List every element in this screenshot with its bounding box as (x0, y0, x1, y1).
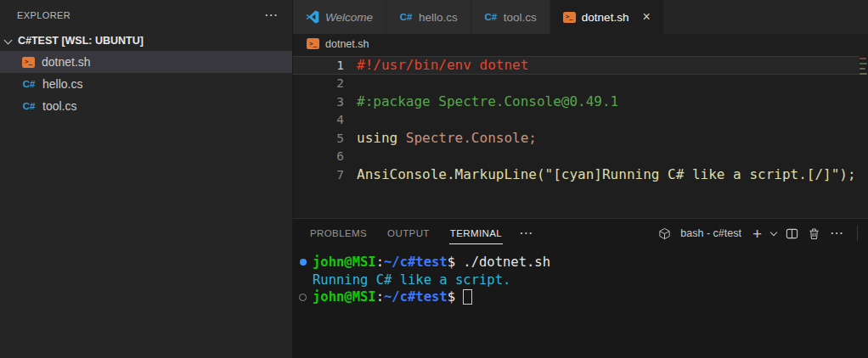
prompt-path: ~/c#test (384, 255, 448, 270)
tab-label: dotnet.sh (582, 11, 629, 24)
code-text: #!/usr/bin/env dotnet (357, 57, 528, 73)
csharp-file-icon: C# (22, 79, 36, 89)
tab-label: Welcome (325, 11, 373, 24)
code-line-5: 5 using Spectre.Console; (293, 129, 868, 148)
editor-tab-bar: Welcome C# hello.cs C# tool.cs >_ dotnet… (293, 0, 868, 34)
panel-tab-problems[interactable]: PROBLEMS (310, 228, 367, 238)
terminal-line-prompt: john@MSI:~/c#test$ (293, 288, 868, 306)
explorer-sidebar: EXPLORER ⋯ C#TEST [WSL: UBUNTU] >_ dotne… (0, 0, 293, 358)
folder-section-label: C#TEST [WSL: UBUNTU] (18, 35, 144, 47)
prompt-path: ~/c#test (384, 289, 448, 305)
new-terminal-button[interactable]: + (752, 226, 762, 242)
panel-overflow-button[interactable]: ⋯ (830, 229, 844, 238)
panel-more-tabs-button[interactable]: ⋯ (519, 229, 533, 238)
panel-tab-terminal[interactable]: TERMINAL (450, 228, 502, 238)
bottom-panel: PROBLEMS OUTPUT TERMINAL ⋯ bash - c#test… (293, 218, 868, 358)
circle-outline-icon (299, 294, 307, 301)
tab-label: hello.cs (419, 11, 458, 24)
line-number: 5 (293, 131, 344, 145)
chevron-down-icon (4, 36, 13, 44)
line-number: 3 (293, 95, 344, 109)
panel-divider (857, 226, 858, 241)
line-number: 1 (293, 59, 344, 72)
terminal-line-command: john@MSI:~/c#test$ ./dotnet.sh (293, 254, 868, 271)
minimap-scrollbar[interactable] (859, 55, 868, 216)
explorer-more-button[interactable]: ⋯ (264, 11, 279, 20)
vscode-logo-icon (306, 10, 319, 24)
code-text: #:package Spectre.Console@0.49.1 (357, 93, 618, 109)
terminal-controls: bash - c#test + ⋯ (658, 226, 858, 242)
code-text: Spectre.Console; (406, 130, 537, 146)
code-line-6: 6 (293, 148, 868, 166)
terminal-command: ./dotnet.sh (455, 255, 550, 270)
tab-tool-cs[interactable]: C# tool.cs (471, 0, 550, 34)
file-label: tool.cs (42, 99, 76, 113)
code-line-1: 1 #!/usr/bin/env dotnet (293, 56, 860, 75)
code-line-2: 2 (293, 75, 868, 93)
tab-label: tool.cs (504, 11, 537, 24)
file-item-hello-cs[interactable]: C# hello.cs (0, 73, 292, 95)
minimap-mark (860, 73, 867, 75)
vscode-window: EXPLORER ⋯ C#TEST [WSL: UBUNTU] >_ dotne… (0, 0, 868, 358)
panel-header: PROBLEMS OUTPUT TERMINAL ⋯ bash - c#test… (293, 219, 868, 248)
code-line-4: 4 (293, 111, 868, 130)
kill-terminal-button[interactable] (808, 227, 820, 240)
file-label: dotnet.sh (42, 55, 91, 69)
shell-file-icon: >_ (307, 38, 319, 49)
csharp-file-icon: C# (22, 101, 36, 111)
program-output: Running C# like a script. (313, 272, 510, 288)
line-number: 7 (293, 168, 344, 182)
line-number: 6 (293, 149, 344, 163)
close-icon[interactable]: × (642, 10, 650, 24)
terminal-line-output: Running C# like a script. (293, 271, 868, 289)
breadcrumb[interactable]: >_ dotnet.sh (293, 34, 868, 53)
code-text: using (357, 130, 406, 146)
minimap-mark (860, 68, 865, 70)
code-editor[interactable]: 1 #!/usr/bin/env dotnet 2 3 #:package Sp… (293, 53, 868, 218)
line-number: 2 (293, 76, 344, 90)
prompt-colon: : (376, 289, 384, 305)
tab-hello-cs[interactable]: C# hello.cs (386, 0, 471, 34)
code-text: AnsiConsole.MarkupLine("[cyan]Running C#… (357, 166, 856, 182)
shell-file-icon: >_ (563, 12, 576, 23)
prompt-colon: : (376, 255, 384, 270)
prompt-dollar: $ (448, 289, 455, 305)
tab-welcome[interactable]: Welcome (293, 0, 386, 34)
terminal-cursor (463, 289, 472, 305)
breadcrumb-file: dotnet.sh (325, 38, 369, 50)
circle-filled-icon (300, 259, 307, 266)
terminal-title: bash - c#test (680, 227, 741, 239)
shell-file-icon: >_ (22, 57, 35, 68)
csharp-file-icon: C# (399, 12, 413, 22)
tab-dotnet-sh[interactable]: >_ dotnet.sh × (550, 0, 664, 34)
command-decoration-pending[interactable] (293, 294, 313, 301)
split-terminal-button[interactable] (786, 227, 798, 240)
code-line-3: 3 #:package Spectre.Console@0.49.1 (293, 92, 868, 111)
file-label: hello.cs (42, 77, 82, 91)
terminal-profile-dropdown[interactable] (770, 229, 777, 236)
line-number: 4 (293, 113, 344, 126)
code-line-7: 7 AnsiConsole.MarkupLine("[cyan]Running … (293, 165, 868, 184)
file-item-dotnet-sh[interactable]: >_ dotnet.sh (0, 51, 292, 73)
file-item-tool-cs[interactable]: C# tool.cs (0, 95, 292, 117)
csharp-file-icon: C# (484, 12, 498, 22)
terminal-profile-icon (658, 227, 671, 240)
minimap-mark (860, 63, 867, 64)
prompt-user: john@MSI (313, 255, 376, 270)
explorer-title: EXPLORER (17, 10, 70, 20)
command-decoration-success[interactable] (293, 259, 313, 266)
prompt-user: john@MSI (313, 289, 376, 305)
editor-group: Welcome C# hello.cs C# tool.cs >_ dotnet… (293, 0, 868, 358)
folder-section-header[interactable]: C#TEST [WSL: UBUNTU] (0, 31, 292, 51)
prompt-dollar: $ (448, 255, 455, 270)
minimap-mark (860, 58, 866, 59)
explorer-header: EXPLORER ⋯ (0, 0, 292, 31)
panel-tabs: PROBLEMS OUTPUT TERMINAL (310, 228, 502, 238)
panel-tab-output[interactable]: OUTPUT (387, 228, 430, 238)
terminal-output[interactable]: john@MSI:~/c#test$ ./dotnet.sh Running C… (293, 248, 868, 306)
